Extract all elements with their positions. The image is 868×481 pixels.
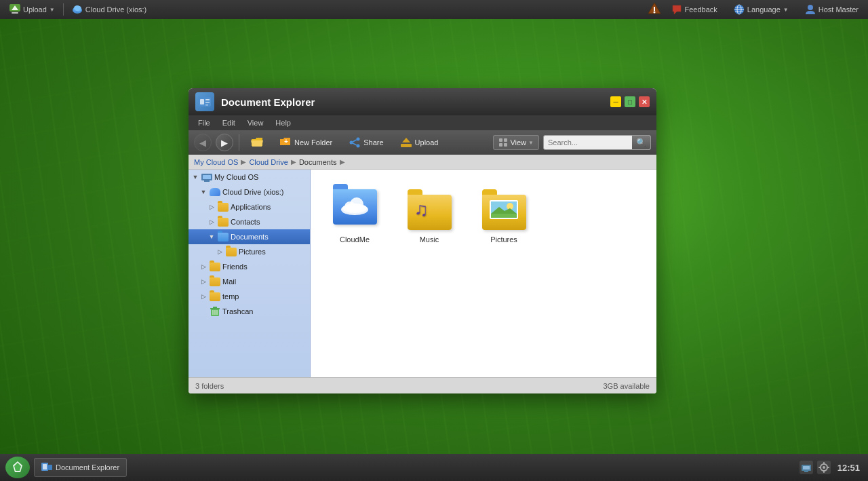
sidebar-item-cloud-drive[interactable]: ▼ Cloud Drive (xios:) bbox=[189, 185, 310, 199]
search-input[interactable] bbox=[544, 136, 632, 149]
expand-documents: ▼ bbox=[208, 233, 216, 241]
upload-icon bbox=[9, 4, 20, 15]
forward-button[interactable]: ▶ bbox=[216, 134, 233, 151]
menu-bar: File Edit View Help bbox=[189, 115, 656, 130]
svg-rect-19 bbox=[205, 102, 210, 103]
expand-friends: ▷ bbox=[199, 263, 208, 271]
sidebar-item-applications[interactable]: ▷ Applications bbox=[189, 199, 310, 214]
search-button[interactable]: 🔍 bbox=[632, 136, 650, 149]
svg-point-6 bbox=[74, 5, 81, 11]
host-master-icon bbox=[805, 4, 816, 15]
svg-rect-29 bbox=[499, 138, 502, 142]
grid-icon bbox=[498, 138, 508, 147]
svg-rect-31 bbox=[499, 143, 502, 147]
file-view: CloudMe ♫ Music bbox=[311, 170, 656, 377]
svg-rect-32 bbox=[504, 143, 507, 147]
sidebar-item-documents[interactable]: ▼ Documents bbox=[189, 229, 310, 244]
language-caret: ▼ bbox=[783, 7, 789, 13]
feedback-label: Feedback bbox=[685, 5, 717, 14]
network-icon[interactable] bbox=[800, 461, 813, 474]
upload-caret: ▼ bbox=[50, 7, 55, 13]
sidebar-item-mail[interactable]: ▷ Mail bbox=[189, 274, 310, 289]
divider1 bbox=[63, 3, 64, 16]
sidebar-item-pictures-sub[interactable]: ▷ Pictures bbox=[189, 244, 310, 259]
music-folder-icon: ♫ bbox=[406, 187, 453, 231]
upload-label-toolbar: Upload bbox=[415, 138, 439, 147]
minimize-button[interactable]: ─ bbox=[610, 96, 621, 107]
share-button[interactable]: Share bbox=[342, 134, 389, 151]
svg-rect-62 bbox=[818, 467, 821, 468]
menu-help[interactable]: Help bbox=[270, 117, 296, 128]
svg-rect-49 bbox=[491, 214, 517, 218]
pictures-label: Pictures bbox=[490, 235, 517, 244]
close-button[interactable]: ✕ bbox=[639, 96, 650, 107]
sidebar-label-contacts: Contacts bbox=[231, 218, 260, 226]
sidebar-item-temp[interactable]: ▷ temp bbox=[189, 289, 310, 304]
upload-button[interactable]: Upload ▼ bbox=[5, 3, 59, 16]
icon-cloud-drive bbox=[210, 187, 220, 197]
menu-view[interactable]: View bbox=[242, 117, 269, 128]
taskbar-top-left: Upload ▼ Cloud Drive (xios:) bbox=[5, 3, 642, 16]
svg-text:+: + bbox=[284, 138, 288, 145]
menu-edit[interactable]: Edit bbox=[217, 117, 241, 128]
icon-friends bbox=[210, 261, 220, 272]
open-folder-button[interactable] bbox=[245, 134, 269, 151]
toolbar-sep1 bbox=[239, 134, 239, 151]
sidebar-item-contacts[interactable]: ▷ Contacts bbox=[189, 214, 310, 229]
content-area: ▼ My Cloud OS ▼ bbox=[189, 170, 656, 377]
sidebar-item-trashcan[interactable]: Trashcan bbox=[189, 304, 310, 319]
icon-documents bbox=[218, 231, 229, 242]
upload-label: Upload bbox=[23, 5, 47, 14]
sidebar-label-cloud-drive: Cloud Drive (xios:) bbox=[222, 188, 283, 196]
breadcrumb-level1[interactable]: Cloud Drive bbox=[249, 158, 288, 166]
file-item-cloudme[interactable]: CloudMe bbox=[324, 183, 385, 248]
new-folder-icon: + bbox=[279, 137, 292, 148]
file-item-pictures[interactable]: Pictures bbox=[473, 183, 534, 248]
breadcrumb-bar: My Cloud OS ▶ Cloud Drive ▶ Documents ▶ bbox=[189, 155, 656, 170]
file-item-music[interactable]: ♫ Music bbox=[399, 183, 460, 248]
sidebar-label-friends: Friends bbox=[222, 263, 248, 271]
sidebar-label-documents: Documents bbox=[231, 233, 269, 241]
file-count: 3 folders bbox=[195, 382, 224, 390]
svg-rect-35 bbox=[204, 180, 210, 182]
toolbar: ◀ ▶ + New Folder bbox=[189, 130, 656, 155]
host-master-button[interactable]: Host Master bbox=[801, 3, 863, 16]
feedback-button[interactable]: Feedback bbox=[667, 3, 722, 16]
upload-button-toolbar[interactable]: Upload bbox=[394, 134, 445, 151]
svg-rect-57 bbox=[804, 471, 808, 472]
start-button[interactable] bbox=[5, 457, 30, 478]
new-folder-button[interactable]: + New Folder bbox=[273, 134, 338, 151]
maximize-button[interactable]: □ bbox=[625, 96, 635, 107]
svg-rect-17 bbox=[200, 99, 204, 104]
cloud-drive-button[interactable]: Cloud Drive (xios:) bbox=[68, 3, 151, 16]
expand-temp: ▷ bbox=[199, 292, 208, 301]
sidebar-label-my-cloud-os: My Cloud OS bbox=[214, 173, 258, 181]
sidebar-item-my-cloud-os[interactable]: ▼ My Cloud OS bbox=[189, 170, 310, 185]
center-icon bbox=[647, 1, 662, 16]
pictures-folder-icon bbox=[480, 187, 528, 231]
breadcrumb-root[interactable]: My Cloud OS bbox=[194, 158, 238, 166]
taskbar-app-label: Document Explorer bbox=[56, 463, 119, 472]
svg-point-22 bbox=[357, 138, 360, 141]
expand-mail: ▷ bbox=[199, 277, 208, 286]
sidebar-item-friends[interactable]: ▷ Friends bbox=[189, 259, 310, 274]
cloudme-label: CloudMe bbox=[340, 235, 370, 244]
svg-point-59 bbox=[823, 466, 825, 469]
icon-applications bbox=[218, 201, 229, 212]
icon-temp bbox=[210, 291, 220, 302]
language-button[interactable]: Language ▼ bbox=[730, 3, 793, 16]
back-button[interactable]: ◀ bbox=[194, 134, 212, 151]
icon-trashcan bbox=[210, 306, 220, 317]
share-label: Share bbox=[363, 138, 383, 147]
upload-icon-toolbar bbox=[400, 137, 412, 148]
view-button[interactable]: View ▼ bbox=[493, 135, 539, 150]
svg-point-9 bbox=[653, 11, 655, 13]
settings-icon[interactable] bbox=[817, 461, 831, 474]
svg-rect-63 bbox=[827, 467, 829, 468]
sidebar-label-temp: temp bbox=[222, 292, 239, 301]
expand-trashcan bbox=[199, 307, 208, 315]
taskbar-document-explorer[interactable]: Document Explorer bbox=[34, 458, 127, 477]
taskbar-top-center bbox=[647, 1, 662, 18]
menu-file[interactable]: File bbox=[193, 117, 216, 128]
svg-line-25 bbox=[353, 140, 357, 142]
